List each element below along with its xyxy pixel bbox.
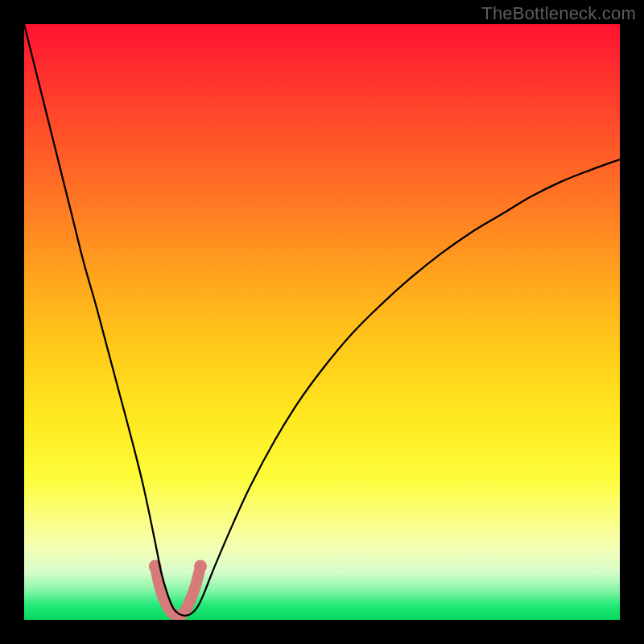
bottom-segment-highlight (149, 559, 207, 620)
chart-frame: TheBottleneck.com (0, 0, 644, 644)
bottleneck-curve (24, 24, 620, 616)
watermark-text: TheBottleneck.com (481, 3, 636, 24)
svg-point-9 (192, 581, 200, 590)
svg-point-1 (155, 581, 163, 590)
plot-area (24, 24, 620, 620)
svg-point-2 (159, 594, 168, 603)
chart-svg (24, 24, 620, 620)
svg-point-8 (187, 594, 196, 603)
svg-point-7 (183, 604, 192, 613)
svg-point-10 (194, 559, 207, 572)
